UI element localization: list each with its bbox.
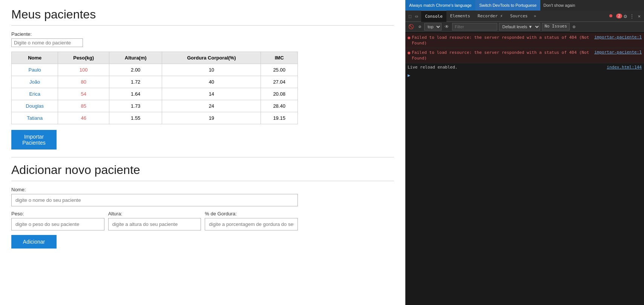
cell-gordura: 40 xyxy=(162,76,261,88)
tab-elements[interactable]: Elements xyxy=(446,11,474,22)
settings-icon[interactable]: ⚙ xyxy=(624,13,627,19)
col-imc: IMC xyxy=(261,52,298,64)
close-devtools-icon[interactable]: ✕ xyxy=(637,13,642,20)
col-nome: Nome xyxy=(12,52,58,64)
cell-imc: 27.04 xyxy=(261,76,298,88)
info-row: Live reload enabled.index.html:144 xyxy=(405,63,644,71)
cell-peso: 80 xyxy=(58,76,109,88)
page-title: Meus pacientes xyxy=(11,8,394,21)
cell-peso: 46 xyxy=(58,112,109,124)
clear-console-icon[interactable]: 🚫 xyxy=(407,23,416,30)
cell-altura: 1.64 xyxy=(109,88,162,100)
cell-gordura: 14 xyxy=(162,88,261,100)
filter-input[interactable] xyxy=(452,23,497,30)
section-divider xyxy=(11,157,394,157)
search-group: Paciente: xyxy=(11,31,394,47)
table-header-row: Nome Peso(kg) Altura(m) Gordura Corporal… xyxy=(12,52,298,64)
error-message: Failed to load resource: the server resp… xyxy=(412,50,593,61)
cell-altura: 1.72 xyxy=(109,76,162,88)
cell-peso: 100 xyxy=(58,64,109,76)
info-text: Live reload enabled. xyxy=(408,65,457,70)
cell-gordura: 19 xyxy=(162,112,261,124)
switch-devtools-button[interactable]: Switch DevTools to Portuguese xyxy=(475,0,540,11)
dont-show-button[interactable]: Don't show again xyxy=(540,2,578,9)
error-row: ●Failed to load resource: the server res… xyxy=(405,33,644,48)
divider xyxy=(11,25,394,26)
table-row: Paulo1002.001025.00 xyxy=(12,64,298,76)
cell-nome: Tatiana xyxy=(12,112,58,124)
cell-altura: 2.00 xyxy=(109,64,162,76)
devtools-console-body: ●Failed to load resource: the server res… xyxy=(405,32,644,305)
badge-count: 2 xyxy=(616,14,622,18)
prompt-icon: ▶ xyxy=(408,73,410,78)
info-source-link[interactable]: index.html:144 xyxy=(607,65,642,70)
gordura-input[interactable] xyxy=(205,218,298,230)
table-row: Erica541.641420.08 xyxy=(12,88,298,100)
no-issues-indicator: No Issues xyxy=(542,23,570,30)
issues-gear-icon[interactable]: ⚙ xyxy=(571,23,577,30)
gordura-label: % de Gordura: xyxy=(205,211,298,217)
levels-select[interactable]: Default levels ▼ xyxy=(499,23,540,30)
tab-recorder[interactable]: Recorder ⚡ xyxy=(474,11,506,22)
col-gordura: Gordura Corporal(%) xyxy=(162,52,261,64)
cell-nome: João xyxy=(12,76,58,88)
table-row: Tatiana461.551919.15 xyxy=(12,112,298,124)
cell-nome: Paulo xyxy=(12,64,58,76)
match-language-button[interactable]: Always match Chrome's language xyxy=(405,0,475,11)
error-source-link[interactable]: importar-paciente:1 xyxy=(594,35,642,40)
inspect-icon[interactable]: ⬚ xyxy=(408,13,412,20)
altura-group: Altura: xyxy=(108,211,201,230)
error-message: Failed to load resource: the server resp… xyxy=(412,35,593,46)
adicionar-button[interactable]: Adicionar xyxy=(11,235,57,249)
filter-icon[interactable]: ⊘ xyxy=(417,23,423,30)
importar-button[interactable]: Importar Pacientes xyxy=(11,130,57,149)
altura-label: Altura: xyxy=(108,211,201,217)
form-divider xyxy=(11,181,394,181)
tab-console[interactable]: Console xyxy=(421,11,446,22)
col-peso: Peso(kg) xyxy=(58,52,109,64)
devtools-left-icons: ⬚ ▭ xyxy=(405,13,421,20)
cell-altura: 1.73 xyxy=(109,100,162,112)
devtools-tabs: ⬚ ▭ Console Elements Recorder ⚡ Sources … xyxy=(405,11,644,22)
error-dot xyxy=(609,14,612,17)
console-prompt-row: ▶ xyxy=(405,71,644,79)
peso-group: Peso: xyxy=(11,211,104,230)
patients-table: Nome Peso(kg) Altura(m) Gordura Corporal… xyxy=(11,52,298,124)
cell-peso: 85 xyxy=(58,100,109,112)
nome-input[interactable] xyxy=(11,194,298,206)
cell-nome: Erica xyxy=(12,88,58,100)
peso-label: Peso: xyxy=(11,211,104,217)
tab-sources[interactable]: Sources xyxy=(506,11,531,22)
nome-group: Nome: xyxy=(11,187,394,206)
table-row: Douglas851.732428.40 xyxy=(12,100,298,112)
cell-imc: 20.08 xyxy=(261,88,298,100)
gordura-group: % de Gordura: xyxy=(205,211,298,230)
altura-input[interactable] xyxy=(108,218,201,230)
nome-label: Nome: xyxy=(11,187,394,192)
patient-search-input[interactable] xyxy=(11,38,83,47)
more-tabs-button[interactable]: » xyxy=(531,14,538,18)
devtools-right-icons: 2 ⚙ ⋮ ✕ xyxy=(609,13,644,20)
cell-imc: 19.15 xyxy=(261,112,298,124)
cell-nome: Douglas xyxy=(12,100,58,112)
error-source-link[interactable]: importar-paciente:1 xyxy=(594,50,642,55)
cell-gordura: 10 xyxy=(162,64,261,76)
eye-icon[interactable]: 👁 xyxy=(443,23,451,30)
section-title: Adicionar novo paciente xyxy=(11,163,394,177)
devtools-top-bar: Always match Chrome's language Switch De… xyxy=(405,0,644,11)
more-options-icon[interactable]: ⋮ xyxy=(629,13,635,20)
devtools-panel: Always match Chrome's language Switch De… xyxy=(405,0,644,305)
error-icon: ● xyxy=(408,50,410,55)
cell-altura: 1.55 xyxy=(109,112,162,124)
cell-imc: 28.40 xyxy=(261,100,298,112)
device-icon[interactable]: ▭ xyxy=(414,13,419,20)
error-row: ●Failed to load resource: the server res… xyxy=(405,48,644,63)
main-content: Meus pacientes Paciente: Nome Peso(kg) A… xyxy=(0,0,405,305)
error-icon: ● xyxy=(408,35,410,40)
search-label: Paciente: xyxy=(11,31,394,37)
context-select[interactable]: top xyxy=(424,23,442,30)
cell-gordura: 24 xyxy=(162,100,261,112)
error-badge: 2 xyxy=(609,14,623,18)
col-altura: Altura(m) xyxy=(109,52,162,64)
peso-input[interactable] xyxy=(11,218,104,230)
